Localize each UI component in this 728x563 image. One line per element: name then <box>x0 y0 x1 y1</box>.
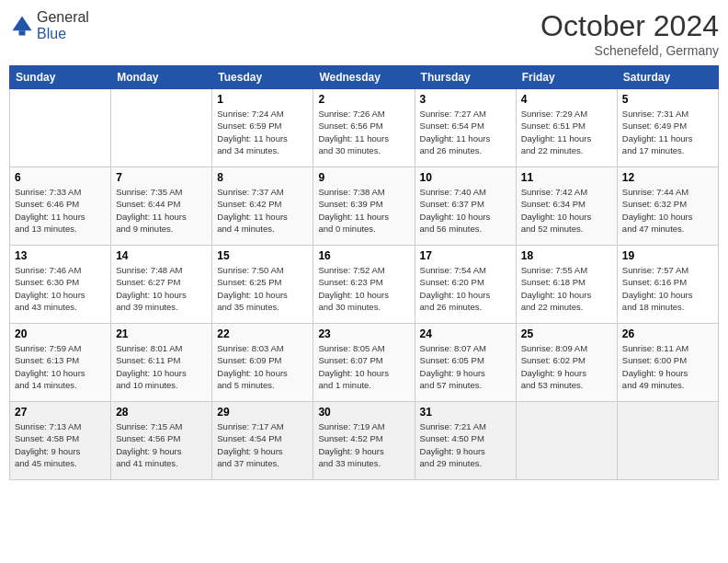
day-info: Sunrise: 7:59 AMSunset: 6:13 PMDaylight:… <box>15 342 106 391</box>
day-info: Sunrise: 8:01 AMSunset: 6:11 PMDaylight:… <box>116 342 207 391</box>
day-info: Sunrise: 7:50 AMSunset: 6:25 PMDaylight:… <box>217 264 308 313</box>
weekday-header: Wednesday <box>313 66 415 89</box>
calendar-cell <box>10 89 111 167</box>
calendar-cell <box>516 402 617 480</box>
calendar-cell: 2Sunrise: 7:26 AMSunset: 6:56 PMDaylight… <box>313 89 415 167</box>
calendar-cell: 22Sunrise: 8:03 AMSunset: 6:09 PMDayligh… <box>212 324 313 402</box>
calendar-week-row: 27Sunrise: 7:13 AMSunset: 4:58 PMDayligh… <box>10 402 719 480</box>
day-number: 23 <box>318 327 409 340</box>
calendar-cell: 15Sunrise: 7:50 AMSunset: 6:25 PMDayligh… <box>212 246 313 324</box>
day-info: Sunrise: 8:11 AMSunset: 6:00 PMDaylight:… <box>622 342 713 391</box>
day-info: Sunrise: 8:03 AMSunset: 6:09 PMDaylight:… <box>217 342 308 391</box>
day-info: Sunrise: 7:35 AMSunset: 6:44 PMDaylight:… <box>116 186 207 235</box>
day-number: 20 <box>15 327 106 340</box>
weekday-header: Saturday <box>617 66 718 89</box>
day-info: Sunrise: 7:29 AMSunset: 6:51 PMDaylight:… <box>521 108 612 156</box>
weekday-header: Tuesday <box>212 66 313 89</box>
calendar-week-row: 1Sunrise: 7:24 AMSunset: 6:59 PMDaylight… <box>10 89 719 167</box>
day-number: 19 <box>622 249 713 262</box>
day-info: Sunrise: 7:15 AMSunset: 4:56 PMDaylight:… <box>116 420 207 469</box>
day-number: 13 <box>15 249 106 262</box>
calendar-cell: 7Sunrise: 7:35 AMSunset: 6:44 PMDaylight… <box>111 167 212 246</box>
calendar-cell: 3Sunrise: 7:27 AMSunset: 6:54 PMDaylight… <box>415 89 516 167</box>
calendar-week-row: 20Sunrise: 7:59 AMSunset: 6:13 PMDayligh… <box>10 324 719 402</box>
day-number: 21 <box>116 327 207 340</box>
calendar-cell: 31Sunrise: 7:21 AMSunset: 4:50 PMDayligh… <box>415 402 516 480</box>
calendar-week-row: 13Sunrise: 7:46 AMSunset: 6:30 PMDayligh… <box>10 246 719 324</box>
month-title: October 2024 <box>540 9 719 43</box>
calendar-cell: 20Sunrise: 7:59 AMSunset: 6:13 PMDayligh… <box>10 324 111 402</box>
day-number: 18 <box>521 249 612 262</box>
calendar-cell: 16Sunrise: 7:52 AMSunset: 6:23 PMDayligh… <box>313 246 415 324</box>
calendar-cell: 27Sunrise: 7:13 AMSunset: 4:58 PMDayligh… <box>10 402 111 480</box>
location: Schenefeld, Germany <box>540 43 719 58</box>
calendar-table: SundayMondayTuesdayWednesdayThursdayFrid… <box>9 65 719 480</box>
calendar-cell: 18Sunrise: 7:55 AMSunset: 6:18 PMDayligh… <box>516 246 617 324</box>
day-info: Sunrise: 7:26 AMSunset: 6:56 PMDaylight:… <box>318 108 409 156</box>
day-info: Sunrise: 7:37 AMSunset: 6:42 PMDaylight:… <box>217 186 308 235</box>
calendar-cell: 8Sunrise: 7:37 AMSunset: 6:42 PMDaylight… <box>212 167 313 246</box>
day-number: 11 <box>521 171 612 184</box>
weekday-header: Sunday <box>10 66 111 89</box>
day-info: Sunrise: 7:40 AMSunset: 6:37 PMDaylight:… <box>420 186 511 235</box>
calendar-cell: 4Sunrise: 7:29 AMSunset: 6:51 PMDaylight… <box>516 89 617 167</box>
title-block: October 2024 Schenefeld, Germany <box>540 9 719 58</box>
day-number: 7 <box>116 171 207 184</box>
day-info: Sunrise: 7:38 AMSunset: 6:39 PMDaylight:… <box>318 186 409 235</box>
day-number: 6 <box>15 171 106 184</box>
calendar-cell: 25Sunrise: 8:09 AMSunset: 6:02 PMDayligh… <box>516 324 617 402</box>
day-number: 10 <box>420 171 511 184</box>
calendar-cell: 1Sunrise: 7:24 AMSunset: 6:59 PMDaylight… <box>212 89 313 167</box>
day-number: 15 <box>217 249 308 262</box>
day-number: 22 <box>217 327 308 340</box>
calendar-cell: 23Sunrise: 8:05 AMSunset: 6:07 PMDayligh… <box>313 324 415 402</box>
day-number: 17 <box>420 249 511 262</box>
calendar-cell: 28Sunrise: 7:15 AMSunset: 4:56 PMDayligh… <box>111 402 212 480</box>
day-number: 30 <box>318 406 409 419</box>
calendar-cell <box>111 89 212 167</box>
calendar-cell: 10Sunrise: 7:40 AMSunset: 6:37 PMDayligh… <box>415 167 516 246</box>
calendar-week-row: 6Sunrise: 7:33 AMSunset: 6:46 PMDaylight… <box>10 167 719 246</box>
day-number: 2 <box>318 93 409 106</box>
day-info: Sunrise: 7:55 AMSunset: 6:18 PMDaylight:… <box>521 264 612 313</box>
day-number: 1 <box>217 93 308 106</box>
svg-marker-0 <box>13 17 32 31</box>
page-header: General Blue October 2024 Schenefeld, Ge… <box>9 9 719 58</box>
day-number: 26 <box>622 327 713 340</box>
day-number: 12 <box>622 171 713 184</box>
day-info: Sunrise: 8:09 AMSunset: 6:02 PMDaylight:… <box>521 342 612 391</box>
day-info: Sunrise: 7:33 AMSunset: 6:46 PMDaylight:… <box>15 186 106 235</box>
day-info: Sunrise: 7:42 AMSunset: 6:34 PMDaylight:… <box>521 186 612 235</box>
weekday-header: Monday <box>111 66 212 89</box>
day-info: Sunrise: 7:27 AMSunset: 6:54 PMDaylight:… <box>420 108 511 156</box>
calendar-cell: 13Sunrise: 7:46 AMSunset: 6:30 PMDayligh… <box>10 246 111 324</box>
day-number: 8 <box>217 171 308 184</box>
day-number: 31 <box>420 406 511 419</box>
day-number: 24 <box>420 327 511 340</box>
calendar-cell: 26Sunrise: 8:11 AMSunset: 6:00 PMDayligh… <box>617 324 718 402</box>
calendar-cell: 19Sunrise: 7:57 AMSunset: 6:16 PMDayligh… <box>617 246 718 324</box>
day-info: Sunrise: 7:48 AMSunset: 6:27 PMDaylight:… <box>116 264 207 313</box>
day-info: Sunrise: 7:46 AMSunset: 6:30 PMDaylight:… <box>15 264 106 313</box>
calendar-cell: 6Sunrise: 7:33 AMSunset: 6:46 PMDaylight… <box>10 167 111 246</box>
day-info: Sunrise: 8:05 AMSunset: 6:07 PMDaylight:… <box>318 342 409 391</box>
day-number: 29 <box>217 406 308 419</box>
day-number: 16 <box>318 249 409 262</box>
day-number: 3 <box>420 93 511 106</box>
day-info: Sunrise: 7:13 AMSunset: 4:58 PMDaylight:… <box>15 420 106 469</box>
weekday-header: Friday <box>516 66 617 89</box>
day-info: Sunrise: 7:52 AMSunset: 6:23 PMDaylight:… <box>318 264 409 313</box>
day-number: 9 <box>318 171 409 184</box>
calendar-cell: 17Sunrise: 7:54 AMSunset: 6:20 PMDayligh… <box>415 246 516 324</box>
day-info: Sunrise: 7:21 AMSunset: 4:50 PMDaylight:… <box>420 420 511 469</box>
calendar-cell: 30Sunrise: 7:19 AMSunset: 4:52 PMDayligh… <box>313 402 415 480</box>
calendar-cell: 9Sunrise: 7:38 AMSunset: 6:39 PMDaylight… <box>313 167 415 246</box>
calendar-cell: 11Sunrise: 7:42 AMSunset: 6:34 PMDayligh… <box>516 167 617 246</box>
day-number: 25 <box>521 327 612 340</box>
calendar-cell <box>617 402 718 480</box>
day-info: Sunrise: 7:44 AMSunset: 6:32 PMDaylight:… <box>622 186 713 235</box>
calendar-cell: 21Sunrise: 8:01 AMSunset: 6:11 PMDayligh… <box>111 324 212 402</box>
day-info: Sunrise: 7:17 AMSunset: 4:54 PMDaylight:… <box>217 420 308 469</box>
logo-general: General <box>37 9 89 25</box>
weekday-header-row: SundayMondayTuesdayWednesdayThursdayFrid… <box>10 66 719 89</box>
